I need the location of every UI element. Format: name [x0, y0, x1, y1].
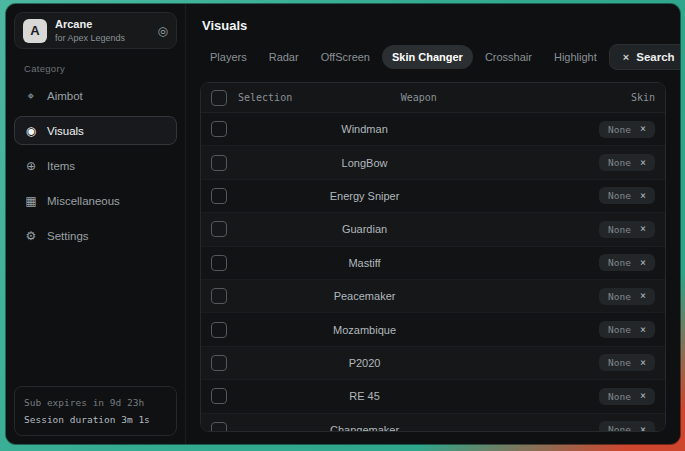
row-checkbox-zone	[211, 288, 238, 304]
header-checkbox-zone	[211, 90, 238, 106]
session-info-card: Sub expires in 9d 23h Session duration 3…	[14, 386, 177, 436]
clear-skin-icon[interactable]: ×	[640, 291, 646, 301]
weapon-name: Changemaker	[330, 424, 399, 431]
skin-select-badge[interactable]: None ×	[599, 121, 655, 138]
app-name: Arcane	[55, 18, 125, 31]
clear-skin-icon[interactable]: ×	[640, 224, 646, 234]
table-row: Energy Sniper None ×	[201, 180, 665, 213]
tab-highlight[interactable]: Highlight	[544, 45, 607, 69]
skin-select-badge[interactable]: None ×	[599, 388, 655, 405]
weapon-name: Mastiff	[348, 257, 380, 269]
tab-skin-changer[interactable]: Skin Changer	[382, 45, 473, 69]
skin-select-badge[interactable]: None ×	[599, 288, 655, 305]
column-header-skin-zone: Skin	[631, 92, 655, 103]
app-logo: A	[23, 19, 47, 43]
category-label: Category	[24, 63, 177, 74]
skin-cell: None ×	[599, 421, 655, 431]
row-checkbox-zone	[211, 255, 238, 271]
search-icon: ×	[623, 52, 629, 63]
skin-value: None	[608, 190, 631, 201]
sidebar-item-label: Miscellaneous	[47, 195, 120, 207]
skin-select-badge[interactable]: None ×	[599, 321, 655, 338]
crosshair-target-icon[interactable]: ◎	[158, 25, 168, 37]
skin-select-badge[interactable]: None ×	[599, 221, 655, 238]
row-checkbox[interactable]	[211, 388, 227, 404]
tab-bar: Players Radar OffScreen Skin Changer Cro…	[200, 44, 666, 70]
weapon-cell: Windman	[238, 123, 491, 135]
tab-players[interactable]: Players	[200, 45, 257, 69]
table-row: Mastiff None ×	[201, 247, 665, 280]
row-checkbox[interactable]	[211, 221, 227, 237]
tab-offscreen[interactable]: OffScreen	[311, 45, 380, 69]
row-checkbox[interactable]	[211, 322, 227, 338]
search-button[interactable]: ×Search	[609, 44, 680, 70]
row-checkbox[interactable]	[211, 155, 227, 171]
sidebar-item-miscellaneous[interactable]: ▦ Miscellaneous	[14, 186, 177, 215]
tab-crosshair[interactable]: Crosshair	[475, 45, 542, 69]
table-row: Mozambique None ×	[201, 313, 665, 346]
sidebar-item-label: Visuals	[47, 125, 84, 137]
package-icon: ⊕	[24, 160, 38, 172]
sidebar-item-label: Settings	[47, 230, 89, 242]
row-checkbox-zone	[211, 121, 238, 137]
grid-icon: ▦	[24, 195, 38, 207]
row-checkbox-zone	[211, 355, 238, 371]
weapon-name: Energy Sniper	[330, 190, 400, 202]
skin-select-badge[interactable]: None ×	[599, 187, 655, 204]
row-checkbox[interactable]	[211, 355, 227, 371]
weapon-cell: Peacemaker	[238, 290, 491, 302]
table-row: Peacemaker None ×	[201, 280, 665, 313]
table-row: LongBow None ×	[201, 146, 665, 179]
skin-cell: None ×	[599, 354, 655, 371]
clear-skin-icon[interactable]: ×	[640, 391, 646, 401]
table-row: RE 45 None ×	[201, 380, 665, 413]
skin-select-badge[interactable]: None ×	[599, 421, 655, 431]
row-checkbox[interactable]	[211, 188, 227, 204]
skin-changer-table: Selection Weapon Skin	[200, 82, 666, 432]
select-all-checkbox[interactable]	[211, 90, 227, 106]
clear-skin-icon[interactable]: ×	[640, 425, 646, 431]
table-row: P2020 None ×	[201, 347, 665, 380]
clear-skin-icon[interactable]: ×	[640, 325, 646, 335]
session-duration-text: Session duration 3m 1s	[24, 411, 167, 428]
skin-select-badge[interactable]: None ×	[599, 154, 655, 171]
weapon-cell: Changemaker	[238, 424, 491, 431]
sidebar-item-settings[interactable]: ⚙ Settings	[14, 221, 177, 250]
clear-skin-icon[interactable]: ×	[640, 258, 646, 268]
skin-select-badge[interactable]: None ×	[599, 354, 655, 371]
skin-cell: None ×	[599, 154, 655, 171]
tab-radar[interactable]: Radar	[259, 45, 309, 69]
skin-cell: None ×	[599, 321, 655, 338]
table-body: Windman None ×	[201, 113, 665, 431]
weapon-cell: RE 45	[238, 390, 491, 402]
table-row: Guardian None ×	[201, 213, 665, 246]
weapon-name: RE 45	[349, 390, 380, 402]
row-checkbox[interactable]	[211, 422, 227, 431]
row-checkbox[interactable]	[211, 255, 227, 271]
sidebar-item-aimbot[interactable]: ⌖ Aimbot	[14, 81, 177, 110]
clear-skin-icon[interactable]: ×	[640, 191, 646, 201]
clear-skin-icon[interactable]: ×	[640, 158, 646, 168]
main-panel: Visuals Players Radar OffScreen Skin Cha…	[186, 4, 680, 444]
table-row: Changemaker None ×	[201, 414, 665, 431]
sidebar-item-items[interactable]: ⊕ Items	[14, 151, 177, 180]
row-checkbox-zone	[211, 322, 238, 338]
column-header-weapon-zone: Weapon	[292, 92, 545, 103]
clear-skin-icon[interactable]: ×	[640, 124, 646, 134]
weapon-name: LongBow	[342, 157, 388, 169]
row-checkbox[interactable]	[211, 288, 227, 304]
weapon-cell: P2020	[238, 357, 491, 369]
row-checkbox-zone	[211, 388, 238, 404]
skin-select-badge[interactable]: None ×	[599, 254, 655, 271]
clear-skin-icon[interactable]: ×	[640, 358, 646, 368]
column-header-skin: Skin	[631, 92, 655, 103]
weapon-name: Guardian	[342, 223, 387, 235]
skin-value: None	[608, 357, 631, 368]
skin-value: None	[608, 324, 631, 335]
row-checkbox[interactable]	[211, 121, 227, 137]
desktop-background: A Arcane for Apex Legends ◎ Category ⌖ A…	[0, 0, 685, 451]
gear-icon: ⚙	[24, 230, 38, 242]
subscription-expiry-text: Sub expires in 9d 23h	[24, 394, 167, 411]
page-title: Visuals	[202, 18, 666, 33]
sidebar-item-visuals[interactable]: ◉ Visuals	[14, 116, 177, 145]
